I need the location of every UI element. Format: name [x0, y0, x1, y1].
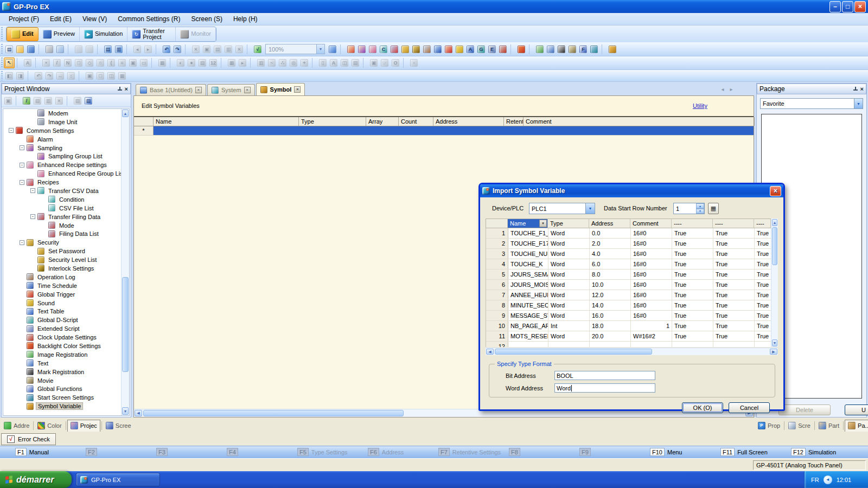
pin-icon[interactable] [853, 86, 858, 92]
function-key-f12[interactable]: F12Simulation [791, 448, 836, 456]
language-indicator[interactable]: FR [811, 477, 819, 483]
panel-close-icon[interactable]: × [860, 86, 864, 92]
tree-expander-icon[interactable]: - [9, 128, 14, 133]
tree-item-condition[interactable]: Condition [3, 195, 121, 204]
import-table-row[interactable]: 7ANNEE_HEURWord12.016#0TrueTrueTrue [486, 290, 778, 300]
tab-base[interactable]: Base 1(Untitled)× [136, 84, 206, 95]
tree-item-extended-script[interactable]: Extended Script [3, 324, 121, 333]
sound-settings-button[interactable] [454, 44, 465, 55]
backlight-color-button[interactable] [516, 44, 527, 55]
zoom-combo[interactable]: 100% ▼ [265, 44, 325, 54]
filing-data-button[interactable] [389, 44, 400, 55]
start-button[interactable]: démarrer [0, 471, 72, 488]
movie-settings-button[interactable] [567, 44, 578, 55]
tree-item-clock-update-settings[interactable]: Clock Update Settings [3, 333, 121, 342]
tree-expander-icon[interactable]: - [20, 163, 24, 168]
taskbar-app-button[interactable]: GP-Pro EX [76, 473, 160, 486]
tree-item-transfer-csv-data[interactable]: -Transfer CSV Data [3, 187, 121, 195]
scroll-up-icon[interactable]: ▲ [122, 110, 129, 117]
device-plc-select[interactable]: PLC1 ▼ [529, 203, 595, 214]
save-project-button[interactable] [25, 44, 36, 55]
extended-script-button[interactable]: E [487, 44, 497, 55]
import-table-row[interactable]: 1TOUCHE_F1_AWord0.016#0TrueTrueTrue [486, 228, 778, 239]
column-header-array[interactable]: Array [366, 117, 399, 126]
tree-expander-icon[interactable]: - [30, 188, 35, 193]
import-column-header-[interactable]: ---- [713, 219, 754, 228]
tree-item-recipes[interactable]: -Recipes [3, 178, 121, 187]
mark-registration-button[interactable] [556, 44, 567, 55]
tree-item-interlock-settings[interactable]: Interlock Settings [3, 264, 121, 273]
function-key-f10[interactable]: F10Menu [650, 448, 682, 456]
tree-item-filing-data-list[interactable]: Filing Data List [3, 229, 121, 238]
tab-system[interactable]: System× [207, 84, 255, 95]
tree-item-security-level-list[interactable]: Security Level List [3, 255, 121, 264]
import-table-row[interactable]: 11MOTS_RESERWord20.0W#16#2TrueTrueTrue [486, 331, 778, 342]
minimize-button[interactable]: – [829, 1, 841, 12]
tree-item-set-password[interactable]: Set Password [3, 247, 121, 255]
close-button[interactable]: × [854, 1, 866, 12]
update-button[interactable]: U [845, 404, 868, 415]
import-table-row[interactable]: 4TOUCHE_KWord6.016#0TrueTrueTrue [486, 259, 778, 269]
scroll-up-icon[interactable]: ▲ [772, 219, 777, 226]
menu-item-5[interactable]: Help (H) [228, 14, 263, 24]
import-column-header-[interactable]: ---- [672, 219, 713, 228]
data-start-row-input[interactable]: 1 ▲ ▼ [673, 203, 705, 214]
operation-log-button[interactable] [422, 44, 432, 55]
image-registration-button[interactable] [534, 44, 545, 55]
pw-edit-button[interactable]: / [21, 95, 32, 106]
tab-close-icon[interactable]: × [294, 86, 301, 93]
menu-item-3[interactable]: Common Settings (R) [112, 14, 186, 24]
pin-icon[interactable] [117, 86, 123, 92]
tree-item-sampling[interactable]: -Sampling [3, 144, 121, 152]
ok-button[interactable]: OK (O) [682, 402, 723, 413]
table-horizontal-scrollbar[interactable]: ◀ ▶ [486, 348, 778, 355]
tab-scroll-left-icon[interactable]: ◂ [719, 86, 726, 93]
open-project-button[interactable] [15, 44, 25, 55]
left-tab-color[interactable]: Color [35, 420, 64, 432]
import-column-header-[interactable]: ---- [754, 219, 771, 228]
text-table-button[interactable]: A [465, 44, 476, 55]
function-key-f1[interactable]: F1Manual [15, 448, 49, 456]
transfer-project-mode-button[interactable]: ↻Transfer Project [127, 27, 176, 41]
function-key-f11[interactable]: F11Full Screen [720, 448, 768, 456]
table-vertical-scrollbar[interactable]: ▲ ▼ [771, 219, 778, 347]
import-table-row[interactable]: 8MINUTE_SECCWord14.016#0TrueTrueTrue [486, 300, 778, 311]
tab-symbol[interactable]: Symbol× [256, 83, 305, 95]
tree-item-text-table[interactable]: Text Table [3, 307, 121, 316]
print-preview-button[interactable] [55, 44, 66, 55]
tree-expander-icon[interactable]: - [30, 214, 35, 219]
tab-close-icon[interactable]: × [195, 87, 202, 93]
tree-item-movie[interactable]: Movie [3, 376, 121, 385]
toolbar-grip[interactable] [1, 27, 3, 41]
dialog-titlebar[interactable]: Import Symbol Variable × [480, 184, 783, 197]
tab-scroll-right-icon[interactable]: ▸ [728, 86, 735, 93]
text-registration-button[interactable] [545, 44, 556, 55]
edit-mode-button[interactable]: Edit [7, 27, 39, 41]
pw-list-view-button[interactable]: ▤ [83, 95, 94, 106]
global-d-script-button[interactable]: G [476, 44, 487, 55]
left-tab-project[interactable]: Projec [67, 420, 100, 432]
tree-item-global-d-script[interactable]: Global D-Script [3, 316, 121, 324]
print-button[interactable] [44, 44, 55, 55]
scrollbar-thumb[interactable] [143, 410, 404, 416]
right-tab-package[interactable]: Pa... [845, 420, 868, 432]
left-tab-address[interactable]: Addre [1, 420, 32, 432]
time-schedule-button[interactable] [432, 44, 443, 55]
tree-item-mode[interactable]: Mode [3, 221, 121, 230]
import-column-header-address[interactable]: Address [589, 219, 630, 228]
spin-down-icon[interactable]: ▼ [696, 209, 704, 214]
tree-item-sampling-group-list[interactable]: Sampling Group List [3, 152, 121, 160]
scrollbar-thumb[interactable] [772, 227, 777, 265]
scroll-left-icon[interactable]: ◀ [486, 349, 494, 355]
scroll-right-icon[interactable]: ▶ [770, 349, 777, 355]
right-tab-properties[interactable]: PProp [755, 420, 783, 432]
grid-view-button[interactable]: ▦ [708, 203, 719, 214]
symbol-table-new-row[interactable]: * [134, 126, 754, 136]
scrollbar-thumb[interactable] [495, 349, 652, 355]
import-column-header-type[interactable]: Type [548, 219, 589, 228]
global-functions-button[interactable]: F [578, 44, 589, 55]
column-header-comment[interactable]: Comment [524, 117, 755, 126]
tree-item-image-registration[interactable]: Image Registration [3, 350, 121, 359]
tree-item-transfer-filing-data[interactable]: -Transfer Filing Data [3, 213, 121, 221]
symbol-variable-button[interactable] [607, 44, 618, 55]
